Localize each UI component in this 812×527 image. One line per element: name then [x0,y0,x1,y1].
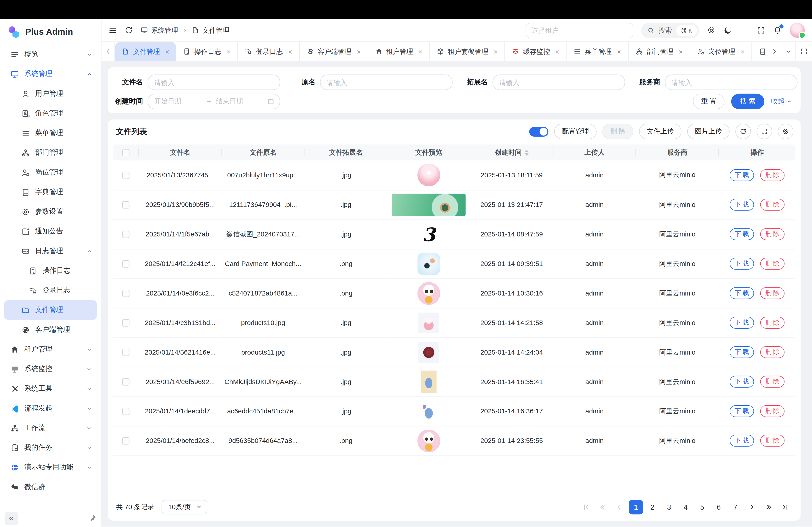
row-checkbox[interactable] [122,260,129,268]
table-settings-button[interactable] [778,124,793,139]
tabs-scroll-left-button[interactable] [102,42,115,61]
extension-input[interactable] [492,75,625,90]
sidebar-item-tasks[interactable]: 我的任务 [4,438,97,457]
row-checkbox[interactable] [122,349,129,356]
page-button-3[interactable]: 3 [662,500,676,515]
tab-post[interactable]: 岗位管理× [690,42,752,61]
file-preview-image[interactable] [418,164,440,186]
first-page-button[interactable] [579,500,593,515]
tab-close-icon[interactable]: × [288,48,292,55]
download-button[interactable]: 下 载 [730,199,754,211]
file-preview-image[interactable] [418,342,439,362]
tab-tenant[interactable]: 租户管理× [368,42,430,61]
delete-button[interactable]: 删 除 [760,287,785,299]
user-avatar[interactable] [790,23,805,38]
page-button-6[interactable]: 6 [712,500,726,515]
page-button-4[interactable]: 4 [679,500,693,515]
table-refresh-button[interactable] [735,124,751,139]
row-checkbox[interactable] [122,172,129,179]
tab-dept[interactable]: 部门管理× [628,42,690,61]
sidebar-item-dept[interactable]: 部门管理 [4,143,97,163]
fullscreen-icon[interactable] [756,26,765,35]
delete-button[interactable]: 删 除 [760,228,785,240]
content-fullscreen-button[interactable] [796,42,812,61]
tenant-select-input[interactable] [525,22,633,38]
tabs-scroll-right-button[interactable] [768,42,782,61]
tab-close-icon[interactable]: × [227,48,231,55]
tab-close-icon[interactable]: × [555,48,560,55]
filename-input[interactable] [147,75,280,90]
reset-button[interactable]: 重 置 [693,94,724,109]
sidebar-item-dict[interactable]: 字典管理 [4,182,97,202]
column-header-sortable[interactable]: 创建时间 [470,145,553,161]
tab-loginlog[interactable]: 登录日志× [238,42,300,61]
download-button[interactable]: 下 载 [730,435,754,447]
next-pages-button[interactable] [761,500,776,515]
page-button-5[interactable]: 5 [695,500,709,515]
search-button[interactable]: 搜 索 [731,94,765,109]
tab-dict[interactable]: 字典管理× [752,42,767,61]
delete-button[interactable]: 删 除 [760,435,785,447]
file-preview-image[interactable] [418,282,440,304]
tab-close-icon[interactable]: × [418,48,423,55]
tab-file[interactable]: 文件管理× [115,42,176,61]
download-button[interactable]: 下 载 [730,258,754,270]
delete-selected-button[interactable]: 删 除 [603,124,633,139]
sidebar-item-log[interactable]: 日志管理 [4,241,97,261]
sidebar-item-user[interactable]: 用户管理 [4,84,97,104]
sidebar-item-tenant[interactable]: 租户管理 [4,340,97,359]
download-button[interactable]: 下 载 [730,287,754,299]
row-checkbox[interactable] [122,408,129,415]
hamburger-menu-icon[interactable] [108,26,117,35]
file-preview-image[interactable] [421,370,437,393]
row-checkbox[interactable] [122,319,129,327]
sidebar-item-tools[interactable]: 系统工具 [4,379,97,398]
collapse-filters-link[interactable]: 收起 [771,97,792,106]
breadcrumb-page[interactable]: 文件管理 [191,26,229,35]
sidebar-item-overview[interactable]: 概览 [4,44,97,64]
tabs-dropdown-button[interactable] [782,42,796,61]
tab-close-icon[interactable]: × [494,48,498,55]
tab-close-icon[interactable]: × [165,48,169,55]
download-button[interactable]: 下 载 [730,169,754,181]
download-button[interactable]: 下 载 [730,346,754,358]
file-preview-image[interactable]: 3 [418,223,440,245]
row-checkbox[interactable] [122,231,129,238]
delete-button[interactable]: 删 除 [760,258,785,270]
language-translate-icon[interactable] [740,26,749,35]
original-name-input[interactable] [320,75,453,90]
delete-button[interactable]: 删 除 [760,376,785,388]
sidebar-item-demo[interactable]: 演示站专用功能 [4,457,97,477]
sidebar-item-flow[interactable]: 流程发起 [4,398,97,418]
pin-icon[interactable] [89,515,96,522]
sidebar-item-param[interactable]: 参数设置 [4,202,97,221]
tab-oplog[interactable]: 操作日志× [176,42,238,61]
next-page-button[interactable] [745,500,759,515]
file-preview-image[interactable] [418,252,440,275]
prev-page-button[interactable] [612,500,627,515]
delete-button[interactable]: 删 除 [760,346,785,358]
download-button[interactable]: 下 载 [730,376,754,388]
page-button-7[interactable]: 7 [728,500,742,515]
select-all-checkbox[interactable] [122,149,129,156]
file-preview-image[interactable] [418,429,440,452]
sidebar-item-client[interactable]: 客户端管理 [4,320,97,340]
refresh-icon[interactable] [124,26,133,35]
sidebar-item-oplog[interactable]: 操作日志 [4,261,97,281]
download-button[interactable]: 下 载 [730,317,754,329]
table-fullscreen-button[interactable] [756,124,772,139]
sidebar-item-menu[interactable]: 菜单管理 [4,123,97,143]
provider-input[interactable] [665,75,798,90]
page-size-select[interactable]: 10条/页 [161,500,207,515]
download-button[interactable]: 下 载 [730,405,754,417]
sidebar-item-file[interactable]: 文件管理 [4,300,97,320]
file-preview-image[interactable] [392,193,466,216]
tab-menu[interactable]: 菜单管理× [567,42,628,61]
row-checkbox[interactable] [122,437,129,445]
row-checkbox[interactable] [122,378,129,386]
file-preview-image[interactable] [418,312,439,333]
tab-close-icon[interactable]: × [740,48,744,55]
global-search-button[interactable]: 搜索 ⌘ K [641,22,699,38]
file-upload-button[interactable]: 文件上传 [639,124,681,139]
table-mode-toggle[interactable] [530,126,549,136]
